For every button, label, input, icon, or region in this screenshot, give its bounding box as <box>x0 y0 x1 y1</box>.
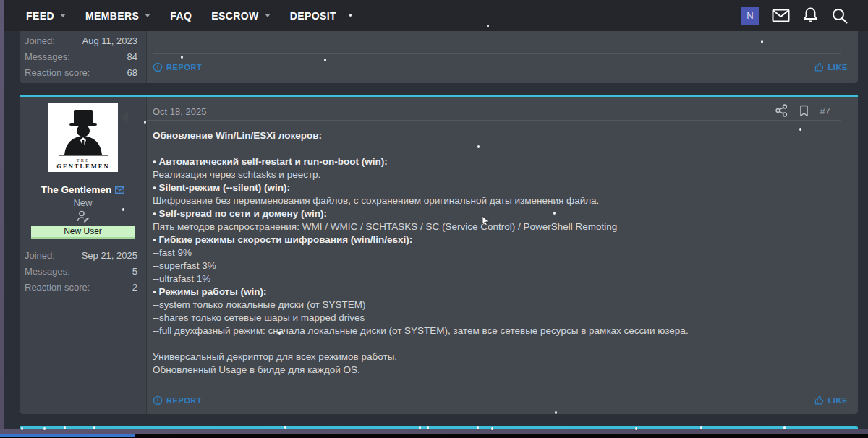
page-left-border <box>0 0 4 434</box>
post-message: Oct 18, 2025 #7 <box>147 97 858 414</box>
stat-label: Joined: <box>25 250 55 261</box>
verified-mail-icon <box>115 186 124 194</box>
like-label: LIKE <box>828 396 848 405</box>
post-body-line: • Self-spread по сети и домену (win): <box>153 207 848 220</box>
stat-row-messages: Messages: 84 <box>20 48 146 64</box>
user-edit-icon <box>76 210 90 223</box>
avatar-text-line1: THE <box>76 158 89 163</box>
stat-row-reaction-score: Reaction score: 68 <box>20 64 146 80</box>
chevron-down-icon <box>145 14 150 17</box>
post-body-line: --system только локальные диски (от SYST… <box>153 299 848 312</box>
author-stats: Joined: Sep 21, 2025 Messages: 5 Reactio… <box>20 247 146 295</box>
report-icon <box>153 395 163 405</box>
top-navbar: FEED MEMBERS FAQ ESCROW DEPOSIT N <box>4 0 868 31</box>
author-username[interactable]: The Gentlemen <box>41 184 112 195</box>
nav-item-deposit[interactable]: DEPOSIT <box>290 10 336 22</box>
stat-value: Aug 11, 2023 <box>82 35 137 46</box>
post-body-line: • Автоматический self-restart и run-on-b… <box>153 155 848 168</box>
navbar-right-tools: N <box>741 7 868 25</box>
like-button[interactable]: LIKE <box>814 61 848 72</box>
report-button[interactable]: REPORT <box>153 395 202 405</box>
report-label: REPORT <box>166 63 202 72</box>
post-body: Обновление Win/Lin/ESXi локеров: • Автом… <box>153 129 848 377</box>
post-body-line: Универсальный декриптор для всех режимов… <box>153 351 848 364</box>
stat-label: Reaction score: <box>25 67 90 78</box>
stat-row-joined: Joined: Aug 11, 2023 <box>20 33 146 48</box>
share-icon[interactable] <box>775 104 788 117</box>
post-body-line: • Режимы работы (win): <box>153 285 848 299</box>
post-body-line: Обновление Win/Lin/ESXi локеров: <box>153 129 848 142</box>
bottom-band <box>0 429 868 434</box>
stat-value: 68 <box>127 67 137 78</box>
post-header: Oct 18, 2025 #7 <box>147 97 841 121</box>
nav-item-label: FAQ <box>170 10 192 22</box>
post-body-line <box>153 338 848 351</box>
stat-row-joined: Joined: Sep 21, 2025 <box>20 247 146 263</box>
nav-item-escrow[interactable]: ESCROW <box>211 10 270 22</box>
post-body-line: • Гибкие режимы скорости шифрования (win… <box>153 233 848 246</box>
nav-item-label: DEPOSIT <box>290 10 336 22</box>
stat-label: Reaction score: <box>25 282 90 293</box>
stat-label: Messages: <box>25 51 70 62</box>
report-label: REPORT <box>166 396 202 405</box>
thumbs-up-icon <box>814 395 825 405</box>
thumbs-up-icon <box>814 61 825 72</box>
user-banner-new-user: New User <box>31 226 135 239</box>
report-icon <box>153 62 163 72</box>
previous-post-user-stats: Joined: Aug 11, 2023 Messages: 84 Reacti… <box>20 31 147 83</box>
post-body-line: --fast 9% <box>153 246 848 259</box>
post-author-panel: THE GENTLEMEN The Gentlemen New New User… <box>20 97 147 414</box>
stat-row-reaction-score: Reaction score: 2 <box>20 279 146 295</box>
post-body-line: • Silent-режим (--silent) (win): <box>153 181 848 194</box>
like-label: LIKE <box>828 63 848 72</box>
post-timestamp[interactable]: Oct 18, 2025 <box>153 106 206 117</box>
nav-item-label: ESCROW <box>211 10 258 22</box>
nav-item-faq[interactable]: FAQ <box>170 10 192 22</box>
stat-label: Joined: <box>25 35 55 46</box>
account-avatar[interactable]: N <box>741 7 760 25</box>
stat-value: 2 <box>132 282 137 293</box>
chevron-down-icon <box>265 14 271 17</box>
nav-item-label: FEED <box>26 10 54 22</box>
author-title: New <box>20 197 146 208</box>
post-body-line: Пять методов распространения: WMI / WMIC… <box>153 220 848 233</box>
post-body-line: Шифрование без переименования файлов, с … <box>153 194 848 207</box>
post-body-line: --superfast 3% <box>153 259 848 272</box>
post-body-line: --full двухфазный режим: сначала локальн… <box>153 325 848 338</box>
primary-nav: FEED MEMBERS FAQ ESCROW DEPOSIT <box>4 10 336 22</box>
post-body-line: Обновленный Usage в билде для каждой OS. <box>153 364 848 377</box>
previous-post-message-footer: REPORT LIKE <box>147 31 858 83</box>
post-number-link[interactable]: #7 <box>820 106 830 116</box>
like-button[interactable]: LIKE <box>814 395 848 405</box>
search-icon[interactable] <box>831 7 848 25</box>
chevron-down-icon <box>60 14 66 17</box>
previous-post-footer: Joined: Aug 11, 2023 Messages: 84 Reacti… <box>20 31 858 83</box>
nav-item-label: MEMBERS <box>85 10 139 22</box>
post-7: THE GENTLEMEN The Gentlemen New New User… <box>20 95 858 414</box>
stat-value: Sep 21, 2025 <box>82 250 137 261</box>
stat-value: 5 <box>132 266 137 277</box>
nav-item-feed[interactable]: FEED <box>26 10 66 22</box>
bottom-progress-bar[interactable] <box>0 434 135 437</box>
report-button[interactable]: REPORT <box>153 62 202 72</box>
bookmark-icon[interactable] <box>799 105 809 117</box>
alerts-bell-icon[interactable] <box>802 7 819 25</box>
avatar-text-line2: GENTLEMEN <box>56 163 109 170</box>
stat-row-messages: Messages: 5 <box>20 263 146 279</box>
post-body-line: Реализация через schtasks и реестр. <box>153 168 848 181</box>
stat-label: Messages: <box>25 266 70 277</box>
post-body-line: --shares только сетевые шары и mapped dr… <box>153 312 848 325</box>
user-role-icon-row <box>20 210 146 223</box>
message-bubble-arrow <box>122 111 128 123</box>
post-body-line <box>153 142 848 155</box>
post-body-line: --ultrafast 1% <box>153 272 848 285</box>
author-avatar[interactable]: THE GENTLEMEN <box>48 103 118 172</box>
stat-value: 84 <box>127 51 137 62</box>
nav-item-members[interactable]: MEMBERS <box>85 10 150 22</box>
messages-icon[interactable] <box>772 9 790 22</box>
mouse-cursor <box>482 216 490 227</box>
